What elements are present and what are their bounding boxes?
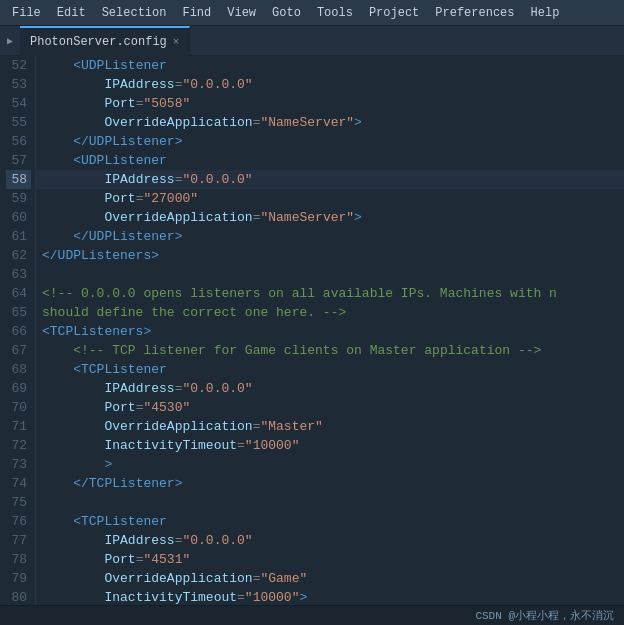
tag-token: </UDPListener> [73, 227, 182, 246]
tag-token: > [354, 208, 362, 227]
code-line: <TCPListener [36, 360, 624, 379]
tag-token: <TCPListeners> [42, 322, 151, 341]
attr-value-token: "Game" [260, 569, 307, 588]
code-line: Port="27000" [36, 189, 624, 208]
punct-token: = [237, 588, 245, 605]
line-number: 73 [6, 455, 31, 474]
line-number: 59 [6, 189, 31, 208]
menubar: File Edit Selection Find View Goto Tools… [0, 0, 624, 26]
line-number: 57 [6, 151, 31, 170]
tag-token: > [354, 113, 362, 132]
line-number: 78 [6, 550, 31, 569]
line-number: 72 [6, 436, 31, 455]
line-number: 79 [6, 569, 31, 588]
punct-token: = [253, 417, 261, 436]
comment-token: should define the correct one here. --> [42, 303, 346, 322]
code-line: <!-- 0.0.0.0 opens listeners on all avai… [36, 284, 624, 303]
code-line: Port="5058" [36, 94, 624, 113]
menu-project[interactable]: Project [361, 4, 427, 22]
line-number: 80 [6, 588, 31, 605]
code-line: <UDPListener [36, 151, 624, 170]
tag-token: </UDPListeners> [42, 246, 159, 265]
tag-token: > [299, 588, 307, 605]
line-number: 69 [6, 379, 31, 398]
tag-token: <UDPListener [73, 56, 167, 75]
menu-edit[interactable]: Edit [49, 4, 94, 22]
menu-goto[interactable]: Goto [264, 4, 309, 22]
tag-token: <TCPListener [73, 512, 167, 531]
menu-view[interactable]: View [219, 4, 264, 22]
attr-value-token: "NameServer" [260, 208, 354, 227]
punct-token: = [175, 379, 183, 398]
line-number: 63 [6, 265, 31, 284]
tag-token: <UDPListener [73, 151, 167, 170]
code-line: OverrideApplication="Master" [36, 417, 624, 436]
menu-preferences[interactable]: Preferences [427, 4, 522, 22]
tab-close-button[interactable]: × [173, 36, 180, 48]
tag-token: </TCPListener> [73, 474, 182, 493]
code-line: InactivityTimeout="10000" [36, 436, 624, 455]
menu-file[interactable]: File [4, 4, 49, 22]
code-line: </UDPListener> [36, 132, 624, 151]
attr-name-token: InactivityTimeout [104, 588, 237, 605]
code-area[interactable]: <UDPListener IPAddress="0.0.0.0" Port="5… [36, 56, 624, 605]
line-number: 77 [6, 531, 31, 550]
punct-token: = [175, 75, 183, 94]
menu-find[interactable]: Find [174, 4, 219, 22]
attr-name-token: OverrideApplication [104, 208, 252, 227]
line-number: 54 [6, 94, 31, 113]
punct-token: = [136, 94, 144, 113]
code-line: <UDPListener [36, 56, 624, 75]
code-line: Port="4531" [36, 550, 624, 569]
line-number: 58 [6, 170, 31, 189]
attr-value-token: "0.0.0.0" [182, 379, 252, 398]
line-number: 64 [6, 284, 31, 303]
menu-selection[interactable]: Selection [94, 4, 175, 22]
attr-name-token: OverrideApplication [104, 569, 252, 588]
punct-token: = [253, 208, 261, 227]
attr-value-token: "Master" [260, 417, 322, 436]
code-line: <TCPListeners> [36, 322, 624, 341]
punct-token: = [175, 170, 183, 189]
attr-name-token: IPAddress [104, 75, 174, 94]
tag-token: </UDPListener> [73, 132, 182, 151]
code-line: > [36, 455, 624, 474]
code-line: IPAddress="0.0.0.0" [36, 531, 624, 550]
code-line: IPAddress="0.0.0.0" [36, 170, 624, 189]
editor: 5253545556575859606162636465666768697071… [0, 56, 624, 605]
code-line: </UDPListeners> [36, 246, 624, 265]
menu-help[interactable]: Help [523, 4, 568, 22]
code-line: IPAddress="0.0.0.0" [36, 75, 624, 94]
attr-value-token: "10000" [245, 588, 300, 605]
tab-file[interactable]: PhotonServer.config × [20, 26, 190, 56]
attr-value-token: "NameServer" [260, 113, 354, 132]
code-line: </TCPListener> [36, 474, 624, 493]
punct-token: = [175, 531, 183, 550]
line-number: 52 [6, 56, 31, 75]
line-number: 60 [6, 208, 31, 227]
comment-token: <!-- 0.0.0.0 opens listeners on all avai… [42, 284, 557, 303]
attr-name-token: OverrideApplication [104, 417, 252, 436]
line-number: 65 [6, 303, 31, 322]
code-line [36, 493, 624, 512]
punct-token: = [136, 189, 144, 208]
menu-tools[interactable]: Tools [309, 4, 361, 22]
tab-arrow[interactable]: ▶ [0, 26, 20, 56]
line-number: 56 [6, 132, 31, 151]
attr-name-token: OverrideApplication [104, 113, 252, 132]
attr-name-token: IPAddress [104, 170, 174, 189]
line-number: 53 [6, 75, 31, 94]
attr-value-token: "0.0.0.0" [182, 75, 252, 94]
attr-value-token: "27000" [143, 189, 198, 208]
code-line: <!-- TCP listener for Game clients on Ma… [36, 341, 624, 360]
code-line: </UDPListener> [36, 227, 624, 246]
attr-value-token: "5058" [143, 94, 190, 113]
line-number: 66 [6, 322, 31, 341]
line-number: 67 [6, 341, 31, 360]
code-line: Port="4530" [36, 398, 624, 417]
attr-name-token: Port [104, 189, 135, 208]
attr-name-token: InactivityTimeout [104, 436, 237, 455]
line-number: 55 [6, 113, 31, 132]
tag-token: > [104, 455, 112, 474]
code-line: <TCPListener [36, 512, 624, 531]
